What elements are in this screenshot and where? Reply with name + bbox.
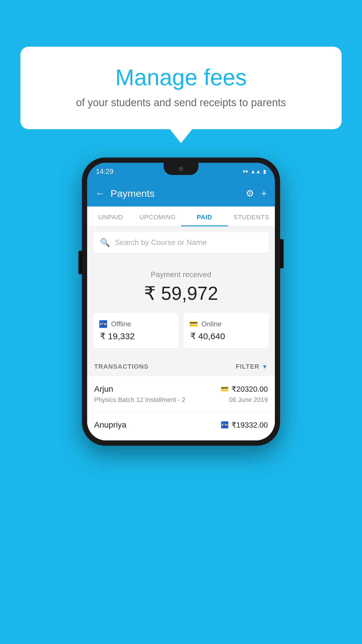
search-bar[interactable]: 🔍 Search by Course or Name (93, 232, 269, 253)
online-payment-icon: 💳 (221, 385, 229, 393)
status-time: 14:29 (96, 167, 113, 176)
tab-unpaid[interactable]: UNPAID (87, 206, 134, 226)
offline-card-header: 🏧 Offline (99, 320, 173, 328)
online-amount: ₹ 40,640 (189, 331, 263, 341)
transaction-details-row: Physics Batch 12 Installment - 2 06 June… (94, 396, 268, 404)
search-container: 🔍 Search by Course or Name (87, 227, 275, 258)
phone-notch (164, 163, 198, 175)
offline-label: Offline (111, 320, 131, 328)
settings-icon[interactable]: ⚙ (246, 188, 254, 199)
online-label: Online (201, 320, 222, 328)
online-icon: 💳 (189, 320, 198, 328)
transaction-course: Physics Batch 12 Installment - 2 (94, 396, 185, 404)
transaction-amount-row: 💳 ₹20320.00 (221, 385, 268, 394)
online-card-header: 💳 Online (189, 320, 263, 328)
filter-button[interactable]: FILTER ▼ (236, 363, 268, 370)
status-icons: ▾▾ ▲▲ ▮ (243, 168, 266, 175)
offline-card: 🏧 Offline ₹ 19,332 (93, 313, 179, 348)
phone-screen: 14:29 ▾▾ ▲▲ ▮ ← Payments ⚙ + UNPAID UP (87, 163, 275, 440)
search-input[interactable]: Search by Course or Name (115, 238, 207, 247)
phone-mockup: 14:29 ▾▾ ▲▲ ▮ ← Payments ⚙ + UNPAID UP (82, 158, 280, 446)
transaction-item[interactable]: Anupriya 🏧 ₹19332.00 (87, 412, 275, 440)
page-title: Payments (110, 188, 240, 199)
tab-students[interactable]: STUDENTS (228, 206, 275, 226)
filter-label: FILTER (236, 363, 259, 370)
back-button[interactable]: ← (95, 188, 105, 199)
battery-icon: ▮ (263, 168, 266, 175)
transactions-label: TRANSACTIONS (94, 363, 149, 370)
transaction-date: 06 June 2019 (229, 396, 268, 404)
offline-amount: ₹ 19,332 (99, 331, 173, 341)
offline-icon: 🏧 (99, 320, 108, 328)
transaction-name: Arjun (94, 384, 113, 394)
offline-payment-icon: 🏧 (221, 421, 229, 429)
wifi-icon: ▾▾ (243, 168, 248, 175)
payment-cards: 🏧 Offline ₹ 19,332 💳 Online ₹ 40,640 (93, 313, 269, 348)
hero-section: Manage fees of your students and send re… (20, 47, 342, 129)
header-icons: ⚙ + (246, 188, 267, 199)
transaction-amount: ₹20320.00 (231, 385, 268, 394)
payment-summary: Payment received ₹ 59,972 🏧 Offline ₹ 19… (87, 258, 275, 357)
add-button[interactable]: + (261, 188, 267, 199)
phone-frame: 14:29 ▾▾ ▲▲ ▮ ← Payments ⚙ + UNPAID UP (82, 158, 280, 446)
search-icon: 🔍 (100, 238, 110, 247)
online-card: 💳 Online ₹ 40,640 (183, 313, 269, 348)
notch-camera (179, 167, 183, 171)
transaction-amount-row: 🏧 ₹19332.00 (221, 421, 268, 430)
transaction-amount: ₹19332.00 (231, 421, 268, 430)
transaction-name: Anupriya (94, 420, 126, 430)
transaction-row-1: Arjun 💳 ₹20320.00 (94, 384, 268, 394)
tab-upcoming[interactable]: UPCOMING (134, 206, 181, 226)
tab-paid[interactable]: PAID (181, 206, 228, 226)
app-header: ← Payments ⚙ + (87, 180, 275, 206)
transaction-item[interactable]: Arjun 💳 ₹20320.00 Physics Batch 12 Insta… (87, 376, 275, 412)
signal-icon: ▲▲ (250, 169, 261, 175)
filter-icon: ▼ (262, 363, 268, 370)
bubble-subtitle: of your students and send receipts to pa… (44, 97, 318, 109)
transactions-header: TRANSACTIONS FILTER ▼ (87, 357, 275, 376)
payment-total-amount: ₹ 59,972 (93, 283, 269, 304)
transaction-row-1: Anupriya 🏧 ₹19332.00 (94, 420, 268, 430)
tab-bar: UNPAID UPCOMING PAID STUDENTS (87, 206, 275, 227)
payment-received-label: Payment received (93, 270, 269, 279)
bubble-title: Manage fees (44, 64, 318, 91)
speech-bubble: Manage fees of your students and send re… (20, 47, 342, 129)
